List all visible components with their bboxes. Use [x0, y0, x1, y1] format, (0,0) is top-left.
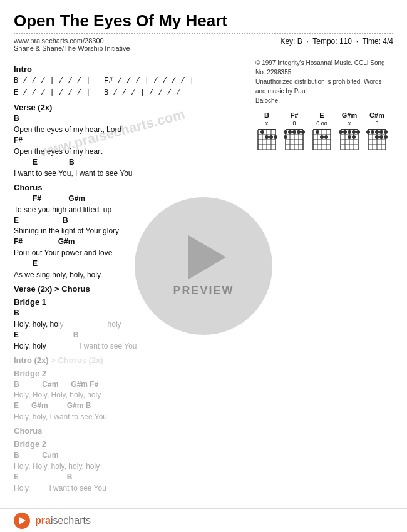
svg-point-71: [371, 130, 374, 134]
svg-point-74: [384, 130, 388, 134]
svg-point-40: [316, 130, 319, 134]
svg-point-29: [284, 135, 287, 139]
bridge2-lyric-1: Holy, Holy, Holy, holy, holy: [14, 389, 243, 401]
arrow-sep: >: [54, 284, 61, 294]
page: Open The Eyes Of My Heart www.praisechar…: [0, 0, 407, 532]
chord-B-label: B: [264, 111, 269, 119]
play-triangle-icon: [19, 517, 26, 524]
verse-lyric-2: Open the eyes of my heart: [14, 146, 243, 157]
svg-point-27: [297, 130, 301, 134]
chorus2-rest: orus: [24, 426, 42, 436]
b2l2-rest: ly, holy, I want to see You: [23, 412, 107, 421]
brand-logo: praisecharts: [35, 515, 91, 526]
bridge1-chord-2: E B: [14, 330, 243, 340]
bridge2b-chord-1: B C#m: [14, 450, 243, 461]
chord-Csharpmin-label: C#m: [369, 111, 384, 119]
copyright-line2: Unauthorized distribution is prohibited.…: [255, 78, 382, 95]
svg-point-75: [375, 135, 379, 139]
key-tempo: Key: B · Tempo: 110 · Time: 4/4: [280, 37, 393, 46]
chord-diagrams-row: B x: [255, 111, 393, 152]
section-chorus-label: Chorus: [14, 183, 243, 192]
play-button[interactable]: [14, 513, 30, 529]
svg-point-13: [274, 135, 277, 139]
section-bridge2b-label: Bridge 2: [14, 439, 243, 449]
svg-point-28: [301, 130, 305, 134]
chorus-chord-2: E B: [14, 215, 243, 226]
chorus-lyric-3: Pour out Your power and love: [14, 247, 243, 258]
chord-Csharpmin-marker: 3: [375, 120, 378, 126]
svg-point-41: [320, 135, 324, 139]
svg-point-57: [356, 130, 360, 134]
chorus-lyric-4: As we sing holy, holy, holy: [14, 269, 243, 280]
title-divider: [14, 33, 393, 34]
chord-E-marker: 0 oo: [316, 120, 327, 126]
url-text: www.praisecharts.com/28300: [14, 37, 130, 44]
chorus-chord-1: F# G#m: [14, 193, 243, 204]
section-intro2-label: Intro (2x) > Chorus (2x): [14, 356, 243, 365]
chorus-chord-4: E: [14, 258, 243, 269]
copyright-block: © 1997 Integrity's Hosanna! Music. CCLI …: [255, 58, 393, 105]
tempo-label: Tempo: 110: [312, 37, 352, 46]
bridge2b-lyric-2: Holy, I want to see You: [14, 483, 243, 494]
verse-ref: Verse (2x): [14, 284, 52, 294]
brand-prefix: pra: [35, 515, 51, 526]
chord-B: B x: [255, 111, 278, 152]
chord-Fsharp-marker: 0: [292, 120, 296, 126]
verse-chord-3: E B: [14, 157, 243, 168]
chorus-lyric-2: Shining in the light of Your glory: [14, 225, 243, 237]
chord-E: E 0 oo: [311, 111, 333, 152]
svg-point-77: [384, 135, 388, 139]
verse-chord-1: B: [14, 113, 243, 124]
verse-chord-2: F#: [14, 135, 243, 146]
chord-Gsharpmin-marker: x: [348, 120, 351, 126]
svg-point-26: [292, 130, 296, 134]
svg-point-54: [343, 130, 347, 134]
bridge1-chord-1: B: [14, 308, 243, 319]
left-meta: www.praisecharts.com/28300 Shane & Shane…: [14, 37, 130, 52]
svg-point-10: [260, 130, 264, 134]
bridge1-faded-1: ly holy: [58, 320, 121, 329]
svg-point-42: [324, 135, 328, 139]
chord-Gsharpmin: G#m x: [338, 111, 361, 152]
subtitle-row: www.praisecharts.com/28300 Shane & Shane…: [14, 37, 393, 52]
page-title: Open The Eyes Of My Heart: [14, 11, 393, 31]
section-chorus2-label: Chorus: [14, 426, 243, 436]
bridge2-chord-2: E G#m G#m B: [14, 401, 243, 411]
time-label: Time: 4/4: [362, 37, 393, 46]
intro2-rest: x): [41, 356, 49, 365]
svg-point-76: [379, 135, 383, 139]
chorus-lyric-1: To see you high and lifted up: [14, 204, 243, 215]
section-intro-label: Intro: [14, 64, 243, 74]
bridge2-lyric-2: Holy, holy, I want to see You: [14, 411, 243, 422]
b2bl1-rest: y, Holy, holy, holy, holy: [25, 462, 100, 471]
section-verse-label: Verse (2x): [14, 103, 243, 112]
key-label: Key: B: [280, 37, 302, 46]
chord-Fsharp-label: F#: [291, 111, 299, 119]
section-bridge1-label: Bridge 1: [14, 297, 243, 307]
chorus-ref: Chorus: [61, 284, 90, 294]
chord-B-fret: x: [265, 120, 269, 126]
copyright-line3: Baloche.: [255, 97, 280, 104]
chord-Gsharpmin-grid: [338, 127, 361, 152]
main-content: Intro B / / / | / / / | F# / / / | / / /…: [14, 58, 393, 494]
svg-point-53: [339, 130, 343, 134]
chord-B-grid: [255, 127, 278, 152]
svg-point-56: [352, 130, 356, 134]
svg-point-55: [348, 130, 351, 134]
copyright-line1: © 1997 Integrity's Hosanna! Music. CCLI …: [255, 59, 385, 76]
svg-point-72: [375, 130, 379, 134]
bridge2-rest: ge 2: [30, 369, 46, 378]
bridge1-faded-2: I want to see You: [46, 342, 137, 350]
bridge2b-chord-2: E B: [14, 472, 243, 483]
bridge2-chord-1: B C#m G#m F#: [14, 379, 243, 390]
brand-suffix: isecharts: [51, 515, 91, 526]
svg-point-11: [265, 135, 269, 139]
chorus-chord-3: F# G#m: [14, 237, 243, 247]
chord-E-label: E: [319, 111, 324, 119]
svg-point-59: [352, 135, 356, 139]
section-bridge2-label: Bridge 2: [14, 369, 243, 378]
svg-point-70: [366, 130, 370, 134]
intro-line-1: B / / / | / / / | F# / / / | / / / / |: [14, 75, 243, 87]
right-column: © 1997 Integrity's Hosanna! Music. CCLI …: [255, 58, 393, 494]
svg-point-73: [379, 130, 383, 134]
